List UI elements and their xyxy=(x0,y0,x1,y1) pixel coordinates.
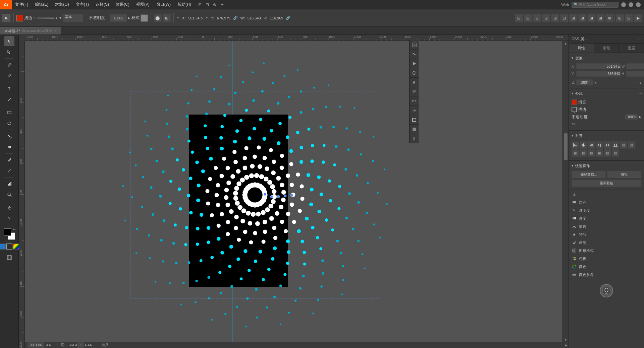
align-center-v-btn[interactable] xyxy=(604,141,611,149)
tool-line[interactable] xyxy=(4,94,14,105)
scrollbar-vertical[interactable]: ▲ ▼ xyxy=(562,41,569,342)
rotation-input[interactable] xyxy=(576,79,593,85)
actions-sidebar-icon[interactable] xyxy=(410,59,419,68)
opacity-expand[interactable]: ▶ xyxy=(639,115,641,119)
align-btn-2[interactable]: ⊟ xyxy=(524,14,532,22)
foreground-color[interactable] xyxy=(4,228,11,236)
menu-view[interactable]: 视图(V) xyxy=(133,0,153,9)
tool-hand[interactable] xyxy=(4,203,14,213)
tool-artboard[interactable] xyxy=(4,253,14,263)
align-btn-4[interactable]: ⊞ xyxy=(542,14,550,22)
info-sidebar-icon[interactable]: i xyxy=(410,68,419,78)
gradient-item[interactable]: 渐变 xyxy=(569,214,644,222)
maximize-button[interactable]: □ xyxy=(629,2,633,7)
page-input[interactable] xyxy=(77,342,84,348)
rotation-up[interactable]: ▲ xyxy=(594,81,597,84)
scroll-thumb-v[interactable] xyxy=(564,133,568,160)
tool-pen[interactable] xyxy=(4,60,14,70)
pathfinder-btn[interactable]: ⊕ xyxy=(605,14,613,22)
stroke-color-swatch[interactable] xyxy=(16,15,23,21)
library-sidebar-icon[interactable] xyxy=(410,125,419,134)
distribute-v-space-btn[interactable]: ⊡ xyxy=(612,149,619,157)
brushes-item[interactable]: 🖌 画笔 xyxy=(569,238,644,247)
tool-type[interactable]: T xyxy=(4,84,14,94)
tool-zoom[interactable] xyxy=(4,190,14,200)
tool-measure[interactable] xyxy=(4,166,14,176)
distribute-btn-5[interactable]: ⊞ xyxy=(596,14,604,22)
opentype-sidebar-icon[interactable]: OT xyxy=(410,96,419,106)
tab-layers[interactable]: 图层 xyxy=(619,44,644,53)
graphic-styles-item[interactable]: 图形样式 xyxy=(569,247,644,255)
menu-help[interactable]: 帮助(H) xyxy=(174,0,195,9)
swap-colors-btn[interactable]: ⇆ xyxy=(13,228,16,231)
minimize-button[interactable]: − xyxy=(621,2,626,7)
h-input[interactable] xyxy=(626,71,644,77)
toolbar-icon-4[interactable]: ✈ xyxy=(219,2,225,7)
tool-chart[interactable] xyxy=(4,179,14,189)
toolbar-extra-3[interactable]: ▶ xyxy=(634,14,642,22)
search-bar[interactable]: 🔍 搜索 Adobe Stock xyxy=(572,2,619,8)
tool-help[interactable]: ? xyxy=(4,213,14,223)
scroll-up-btn[interactable]: ▲ xyxy=(564,41,568,46)
scroll-down-btn[interactable]: ▼ xyxy=(564,337,568,342)
doc-tab-active[interactable]: 未标题-1* @ 33.33% (RGB/预览) × xyxy=(0,27,61,34)
align-header[interactable]: ▼ 对齐 ··· xyxy=(569,132,644,139)
recolor-btn[interactable]: ⬤ xyxy=(154,14,162,22)
zoom-next-btn[interactable]: ▶ xyxy=(49,343,52,347)
align-more[interactable]: ··· xyxy=(639,134,642,138)
tool-selection[interactable] xyxy=(4,36,14,46)
align-top-btn[interactable] xyxy=(596,141,603,149)
page-prev-one-btn[interactable]: ◀ xyxy=(74,343,77,347)
menu-edit[interactable]: 编辑(E) xyxy=(32,0,52,9)
close-button[interactable]: × xyxy=(636,2,641,7)
css-panel-more[interactable]: ··· xyxy=(638,37,641,41)
align-left-btn[interactable] xyxy=(572,141,579,149)
path-finder-btn[interactable]: 路径查找... xyxy=(572,171,606,178)
color-mode-gradient[interactable] xyxy=(13,243,19,250)
zoom-input[interactable] xyxy=(28,342,44,348)
toolbar-icon-3[interactable]: ⊕ xyxy=(212,2,217,7)
distribute-btn-4[interactable]: ⊞ xyxy=(587,14,595,22)
distribute-top-btn[interactable]: ⊟ xyxy=(620,141,627,149)
transform-header[interactable]: ▼ 变换 xyxy=(569,54,644,62)
selection-tool-btn[interactable]: ▶ xyxy=(2,14,11,22)
stroke-up-arrow[interactable]: ▲ xyxy=(55,16,58,20)
tool-rectangle[interactable] xyxy=(4,108,14,118)
distribute-left-btn[interactable]: ⊟ xyxy=(580,149,587,157)
toolbar-icon-1[interactable]: ⊞ xyxy=(197,2,203,7)
align-btn-5[interactable]: ⊞ xyxy=(551,14,559,22)
brushstroke-item[interactable]: 描边 xyxy=(569,222,644,230)
fx-btn[interactable]: fx. xyxy=(572,122,576,126)
page-prev-btn[interactable]: ◀◀ xyxy=(69,343,74,347)
x-input[interactable] xyxy=(576,63,621,69)
menu-effect[interactable]: 效果(C) xyxy=(112,0,133,9)
toolbar-icon-2[interactable]: ⊟ xyxy=(205,2,210,7)
tool-pencil[interactable] xyxy=(4,71,14,81)
link-sidebar-icon[interactable] xyxy=(410,106,419,115)
attrib-sidebar-icon[interactable] xyxy=(410,134,419,143)
color-mode-fill[interactable] xyxy=(0,243,6,250)
arrange-btn[interactable]: ⊞ xyxy=(163,14,171,22)
align-btn-3[interactable]: ⊞ xyxy=(533,14,541,22)
appearance-header[interactable]: ▼ 外观 ··· xyxy=(569,90,644,97)
edit-btn[interactable]: 编辑 xyxy=(607,171,641,178)
w-input[interactable] xyxy=(626,63,644,69)
distribute-h-space-btn[interactable]: ⊡ xyxy=(604,149,611,157)
canvas-container[interactable] xyxy=(25,41,569,342)
appearance-more[interactable]: ··· xyxy=(639,92,642,95)
style-preview[interactable] xyxy=(141,14,148,22)
align-right-btn[interactable] xyxy=(588,141,595,149)
recolor-artwork-btn[interactable]: 重新着色 xyxy=(572,180,641,187)
tab-brushes[interactable]: 画笔 xyxy=(594,44,619,53)
scroll-right-btn[interactable]: ▶ xyxy=(564,343,569,348)
distribute-btn[interactable]: ⊟ xyxy=(560,14,568,22)
y-input[interactable] xyxy=(576,71,621,77)
opacity-value-input[interactable] xyxy=(625,114,638,120)
rotation-flip-h[interactable]: ↔ xyxy=(635,81,638,84)
page-next-btn[interactable]: ▶▶ xyxy=(88,343,93,347)
char-sidebar-icon[interactable]: A xyxy=(410,78,419,87)
para-sidebar-icon[interactable] xyxy=(410,87,419,96)
color-guide-item[interactable]: 颜色参考 xyxy=(569,271,644,279)
menu-window[interactable]: 窗口(W) xyxy=(153,0,174,9)
swatches-item[interactable]: 色板 xyxy=(569,255,644,263)
